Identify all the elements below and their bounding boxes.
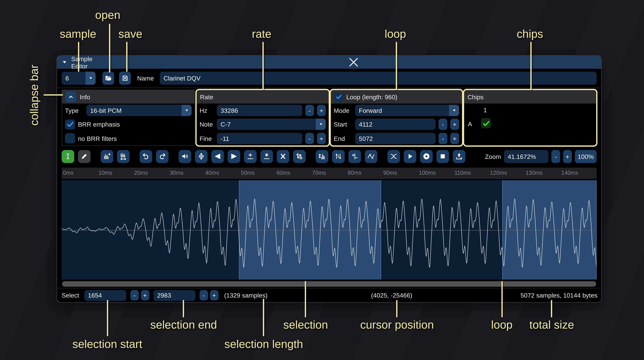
- loop-start-plus-button[interactable]: +: [450, 119, 459, 130]
- time-ruler[interactable]: 0ms10ms20ms30ms40ms50ms60ms70ms80ms90ms1…: [62, 168, 596, 179]
- type-select[interactable]: 16-bit PCM: [86, 105, 192, 116]
- dropdown-arrow[interactable]: [316, 119, 326, 130]
- cursor-position-text: (4025, -25466): [371, 292, 412, 299]
- amplify-button[interactable]: [179, 150, 191, 163]
- hz-plus-button[interactable]: +: [317, 105, 326, 116]
- info-header: Info: [62, 90, 194, 104]
- amplify-icon: [181, 152, 189, 160]
- fine-minus-button[interactable]: -: [305, 133, 314, 144]
- chevron-down-icon: [184, 108, 189, 113]
- annotation-line-selection-end-b: [183, 300, 184, 317]
- annotation-label-open: open: [95, 9, 120, 22]
- resample-button[interactable]: [117, 150, 130, 163]
- ruler-label: 100ms: [419, 170, 436, 176]
- no-brr-filters-checkbox[interactable]: [65, 134, 75, 144]
- fine-input[interactable]: -11: [217, 133, 302, 144]
- loop-start-input[interactable]: 4112: [355, 119, 436, 130]
- crossfade-loop-button[interactable]: [388, 150, 400, 163]
- zoom-in-button[interactable]: +: [563, 150, 572, 163]
- stop-preview-icon: [439, 152, 446, 160]
- chevron-down-icon: [318, 122, 323, 127]
- waveform-display[interactable]: [62, 180, 596, 280]
- name-input[interactable]: Clarinet DQV: [160, 72, 596, 85]
- folder-open-icon: [104, 74, 112, 82]
- preview-sample-button[interactable]: [404, 150, 416, 163]
- chip-row-label: A: [468, 120, 472, 127]
- selection-start-plus-button[interactable]: +: [141, 290, 149, 300]
- annotation-label-save: save: [118, 28, 142, 41]
- note-row: Note C-7: [197, 118, 329, 131]
- selection-start-value: 1654: [88, 292, 102, 299]
- rate-header: Rate: [197, 90, 329, 104]
- selection-start-minus-button[interactable]: -: [130, 290, 138, 300]
- close-icon[interactable]: [111, 56, 596, 69]
- save-button[interactable]: [119, 72, 131, 85]
- selection-end-input[interactable]: 2983: [153, 290, 195, 301]
- undo-button[interactable]: [140, 150, 152, 163]
- loop-enable-checkbox[interactable]: [334, 92, 343, 101]
- fade-out-button[interactable]: [228, 150, 240, 163]
- fade-in-button[interactable]: [211, 150, 224, 163]
- import-sample-button[interactable]: [453, 150, 466, 163]
- type-label: Type: [65, 107, 84, 114]
- mode-select[interactable]: Forward: [355, 105, 459, 116]
- select-mode-button[interactable]: [62, 150, 74, 163]
- chip-enable-checkbox[interactable]: [481, 118, 491, 128]
- info-title: Info: [80, 93, 90, 100]
- resize-button[interactable]: [100, 150, 113, 163]
- stop-preview-button[interactable]: [436, 150, 449, 163]
- selection-start-input[interactable]: 1654: [84, 290, 126, 301]
- waveform-plot: [62, 180, 596, 280]
- delete-button[interactable]: [277, 150, 289, 163]
- loop-start-minus-button[interactable]: -: [438, 119, 447, 130]
- dropdown-arrow[interactable]: [182, 105, 192, 116]
- insert-silence-icon: [246, 152, 254, 160]
- ruler-label: 110ms: [454, 170, 471, 176]
- selection-end-minus-button[interactable]: -: [200, 290, 208, 300]
- dropdown-arrow[interactable]: [86, 72, 96, 85]
- annotation-line-selection-length-b: [262, 299, 264, 336]
- note-value: C-7: [220, 121, 231, 128]
- ruler-label: 0ms: [63, 170, 74, 176]
- redo-button[interactable]: [156, 150, 168, 163]
- titlebar[interactable]: Sample Editor: [57, 56, 601, 69]
- signed-unsigned-button[interactable]: [348, 150, 361, 163]
- zoom-out-button[interactable]: -: [551, 150, 560, 163]
- normalize-button[interactable]: [195, 150, 208, 163]
- ruler-label: 20ms: [134, 170, 148, 176]
- fine-plus-button[interactable]: +: [317, 133, 326, 144]
- invert-button[interactable]: [332, 150, 345, 163]
- annotation-line-total-size-b: [551, 300, 552, 317]
- apply-silence-button[interactable]: [260, 150, 273, 163]
- loop-header: Loop (length: 960): [331, 90, 462, 104]
- ruler-label: 70ms: [312, 170, 326, 176]
- apply-filter-button[interactable]: [365, 150, 378, 163]
- collapse-bar-button[interactable]: [66, 92, 76, 102]
- selection-end-plus-button[interactable]: +: [210, 290, 218, 300]
- sample-index-select[interactable]: 6: [62, 72, 96, 85]
- loop-end-input[interactable]: 5072: [355, 133, 436, 144]
- check-icon: [335, 94, 342, 100]
- brr-emphasis-checkbox[interactable]: [65, 120, 75, 130]
- hz-minus-button[interactable]: -: [305, 105, 314, 116]
- dropdown-arrow[interactable]: [449, 105, 459, 116]
- panels-row: Info Type 16-bit PCM BRR emphasis: [62, 90, 596, 146]
- sample-editor-window: Sample Editor 6 Name Clarinet DQV: [56, 55, 602, 303]
- note-select[interactable]: C-7: [217, 119, 326, 130]
- zoom-input[interactable]: 41.1672%: [504, 150, 548, 163]
- preview-selection-button[interactable]: [420, 150, 433, 163]
- annotation-label-cursor-position-b: cursor position: [360, 318, 434, 332]
- select-mode-icon: [64, 152, 72, 160]
- zoom-reset-button[interactable]: 100%: [575, 150, 596, 163]
- draw-mode-button[interactable]: [78, 150, 90, 163]
- horizontal-scrollbar[interactable]: [62, 281, 596, 286]
- hz-input[interactable]: 33286: [217, 105, 302, 116]
- trim-button[interactable]: [293, 150, 306, 163]
- insert-silence-button[interactable]: [244, 150, 256, 163]
- window-collapse-icon[interactable]: [62, 60, 67, 65]
- loop-end-minus-button[interactable]: -: [438, 133, 447, 144]
- ruler-label: 90ms: [383, 170, 397, 176]
- open-button[interactable]: [102, 72, 114, 85]
- reverse-button[interactable]: [316, 150, 328, 163]
- loop-end-plus-button[interactable]: +: [450, 133, 459, 144]
